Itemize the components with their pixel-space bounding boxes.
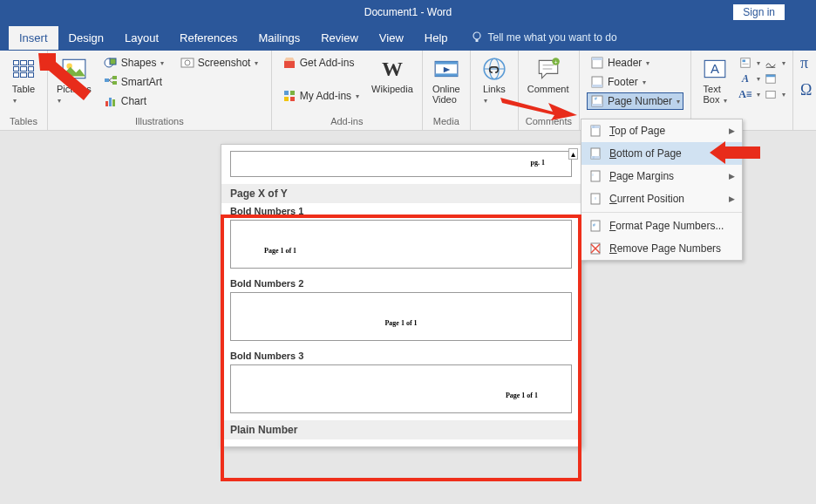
quick-parts-icon[interactable]: [738, 56, 752, 70]
group-media: OnlineVideo Media: [423, 51, 471, 130]
svg-rect-11: [112, 81, 117, 85]
svg-rect-43: [743, 64, 749, 65]
comment-button[interactable]: + Comment: [526, 54, 571, 96]
drop-cap-icon[interactable]: A≡: [738, 87, 752, 101]
tab-view[interactable]: View: [369, 26, 414, 50]
document-title: Document1 - Word: [364, 6, 452, 18]
text-box-button[interactable]: A TextBox ▾: [698, 54, 731, 106]
menu-format-page-numbers[interactable]: # Format Page Numbers...: [581, 215, 742, 237]
svg-rect-8: [110, 58, 116, 65]
group-title-illustrations: Illustrations: [55, 114, 264, 128]
tab-mailings[interactable]: Mailings: [248, 26, 311, 50]
title-bar: Document1 - Word Sign in: [0, 0, 816, 24]
date-time-icon[interactable]: [764, 72, 778, 85]
tab-insert[interactable]: Insert: [9, 26, 58, 50]
screenshot-button[interactable]: Screenshot▾: [177, 54, 264, 72]
menu-bottom-of-page[interactable]: # Bottom of Page ▶: [581, 142, 742, 165]
group-comments: + Comment Comments: [519, 51, 580, 130]
screenshot-icon: [180, 56, 194, 70]
tab-design[interactable]: Design: [58, 26, 114, 50]
svg-rect-47: [766, 92, 776, 99]
group-title-addins: Add-ins: [279, 114, 415, 128]
svg-rect-46: [766, 75, 776, 78]
pictures-icon: [61, 56, 87, 82]
signature-line-icon[interactable]: [764, 56, 778, 70]
page-number-gallery: pg. 1 ▴ Page X of Y Bold Numbers 1 Page …: [221, 144, 581, 447]
smartart-icon: [104, 75, 118, 89]
lightbulb-icon: [471, 31, 483, 44]
format-page-numbers-icon: #: [588, 219, 602, 233]
text-box-icon: A: [702, 56, 728, 82]
group-symbols: π Ω: [793, 51, 815, 130]
shapes-button[interactable]: Shapes▾: [100, 54, 170, 72]
svg-text:#: #: [595, 96, 597, 101]
group-title-media: Media: [430, 114, 463, 128]
top-page-icon: #: [588, 124, 602, 138]
bottom-page-icon: #: [588, 146, 602, 160]
gallery-label-bold2: Bold Numbers 2: [221, 276, 581, 291]
link-icon: [481, 56, 507, 82]
gallery-group-page-x-of-y: Page X of Y: [221, 184, 581, 203]
svg-rect-35: [592, 85, 602, 87]
footer-button[interactable]: Footer▾: [587, 73, 683, 91]
my-addins-button[interactable]: My Add-ins▾: [279, 87, 363, 105]
svg-rect-18: [284, 91, 289, 95]
svg-rect-21: [290, 97, 295, 101]
group-addins: Get Add-ins My Add-ins▾ W Wikipedia Add-…: [272, 51, 423, 130]
equation-button[interactable]: π: [800, 54, 812, 72]
wikipedia-button[interactable]: W Wikipedia: [370, 54, 415, 96]
menu-current-position[interactable]: # Current Position ▶: [581, 187, 742, 210]
remove-page-numbers-icon: [588, 242, 602, 255]
tab-layout[interactable]: Layout: [114, 26, 169, 50]
gallery-preview-bold1[interactable]: Page 1 of 1: [230, 220, 572, 269]
links-button[interactable]: Links▾: [478, 54, 511, 106]
group-illustrations: Pictures▾ Shapes▾ SmartArt Chart: [48, 51, 272, 130]
gallery-preview-bold2[interactable]: Page 1 of 1: [230, 292, 572, 341]
gallery-preview-bold3[interactable]: Page 1 of 1: [230, 364, 572, 413]
svg-rect-24: [435, 73, 458, 76]
addins-icon: [282, 89, 296, 103]
page-number-menu: # Top of Page ▶ # Bottom of Page ▶ # Pag…: [581, 119, 743, 261]
object-icon[interactable]: [764, 87, 778, 101]
svg-rect-13: [109, 98, 112, 106]
get-addins-button[interactable]: Get Add-ins: [279, 54, 363, 72]
page-margins-icon: #: [588, 169, 602, 183]
current-position-icon: #: [588, 192, 602, 206]
chart-button[interactable]: Chart: [100, 92, 170, 110]
group-title-comments: Comments: [526, 114, 572, 128]
wikipedia-icon: W: [379, 56, 405, 82]
page-number-button[interactable]: # Page Number▾: [587, 92, 683, 110]
table-button[interactable]: Table▾: [7, 54, 40, 106]
store-icon: [282, 56, 296, 70]
svg-point-3: [473, 32, 480, 39]
smartart-button[interactable]: SmartArt: [100, 73, 170, 91]
svg-rect-20: [284, 97, 289, 101]
footer-icon: [590, 75, 604, 89]
wordart-icon[interactable]: A: [738, 72, 752, 85]
comment-icon: +: [535, 56, 561, 82]
pictures-button[interactable]: Pictures▾: [55, 54, 93, 106]
menu-top-of-page[interactable]: # Top of Page ▶: [581, 119, 742, 142]
menu-page-margins[interactable]: # Page Margins ▶: [581, 165, 742, 187]
gallery-scroll[interactable]: ▴: [568, 148, 578, 160]
page-number-icon: #: [590, 94, 604, 108]
svg-text:A: A: [711, 61, 719, 76]
tab-help[interactable]: Help: [414, 26, 459, 50]
menu-remove-page-numbers[interactable]: Remove Page Numbers: [581, 237, 742, 260]
svg-rect-23: [435, 61, 458, 64]
header-button[interactable]: Header▾: [587, 54, 683, 72]
tab-review[interactable]: Review: [310, 26, 369, 50]
online-video-button[interactable]: OnlineVideo: [430, 54, 463, 106]
svg-rect-4: [475, 39, 478, 42]
symbol-button[interactable]: Ω: [800, 81, 812, 99]
sign-in-button[interactable]: Sign in: [733, 4, 785, 20]
gallery-label-bold3: Bold Numbers 3: [221, 348, 581, 364]
table-icon: [10, 56, 37, 82]
tab-references[interactable]: References: [169, 26, 248, 50]
tell-me-search[interactable]: Tell me what you want to do: [459, 31, 617, 44]
svg-rect-9: [105, 78, 109, 82]
gallery-preview-top[interactable]: pg. 1: [230, 151, 572, 177]
tell-me-placeholder: Tell me what you want to do: [488, 31, 617, 44]
gallery-group-plain: Plain Number: [221, 420, 581, 439]
svg-rect-17: [284, 61, 295, 68]
